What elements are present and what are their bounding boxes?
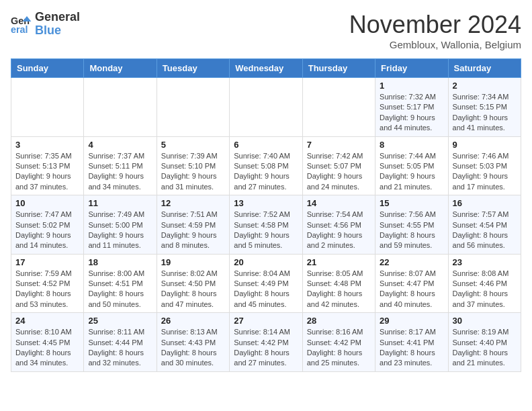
weekday-header-thursday: Thursday (302, 59, 375, 78)
calendar-cell: 22Sunrise: 8:07 AM Sunset: 4:47 PM Dayli… (375, 254, 448, 313)
day-number: 8 (380, 140, 443, 150)
calendar-cell: 11Sunrise: 7:49 AM Sunset: 5:00 PM Dayli… (84, 195, 157, 255)
day-info: Sunrise: 7:42 AM Sunset: 5:07 PM Dayligh… (307, 151, 371, 193)
calendar-cell: 12Sunrise: 7:51 AM Sunset: 4:59 PM Dayli… (157, 195, 229, 255)
day-number: 13 (234, 198, 298, 208)
day-info: Sunrise: 8:10 AM Sunset: 4:45 PM Dayligh… (15, 327, 79, 369)
day-info: Sunrise: 8:00 AM Sunset: 4:51 PM Dayligh… (88, 269, 152, 310)
day-info: Sunrise: 8:04 AM Sunset: 4:49 PM Dayligh… (234, 269, 298, 310)
calendar-cell: 4Sunrise: 7:37 AM Sunset: 5:11 PM Daylig… (84, 136, 157, 195)
day-info: Sunrise: 7:57 AM Sunset: 4:54 PM Dayligh… (453, 210, 517, 251)
location-subtitle: Gembloux, Wallonia, Belgium (349, 39, 521, 50)
calendar-cell: 5Sunrise: 7:39 AM Sunset: 5:10 PM Daylig… (157, 136, 229, 195)
day-number: 19 (161, 257, 225, 267)
calendar-cell: 23Sunrise: 8:08 AM Sunset: 4:46 PM Dayli… (448, 254, 521, 313)
calendar-cell: 25Sunrise: 8:11 AM Sunset: 4:44 PM Dayli… (84, 313, 157, 372)
calendar-cell: 28Sunrise: 8:16 AM Sunset: 4:42 PM Dayli… (302, 313, 375, 372)
day-info: Sunrise: 7:40 AM Sunset: 5:08 PM Dayligh… (234, 151, 298, 193)
day-number: 5 (161, 140, 225, 150)
weekday-header-friday: Friday (375, 59, 448, 78)
day-info: Sunrise: 7:44 AM Sunset: 5:05 PM Dayligh… (380, 151, 443, 193)
weekday-header-saturday: Saturday (448, 59, 521, 78)
calendar-week-4: 17Sunrise: 7:59 AM Sunset: 4:52 PM Dayli… (11, 254, 521, 313)
calendar-cell: 7Sunrise: 7:42 AM Sunset: 5:07 PM Daylig… (302, 136, 375, 195)
calendar-cell: 17Sunrise: 7:59 AM Sunset: 4:52 PM Dayli… (11, 254, 84, 313)
day-info: Sunrise: 7:56 AM Sunset: 4:55 PM Dayligh… (380, 210, 443, 251)
day-number: 11 (88, 198, 152, 208)
day-number: 23 (453, 257, 517, 267)
day-info: Sunrise: 8:08 AM Sunset: 4:46 PM Dayligh… (453, 269, 517, 310)
calendar-cell: 21Sunrise: 8:05 AM Sunset: 4:48 PM Dayli… (302, 254, 375, 313)
calendar-cell: 3Sunrise: 7:35 AM Sunset: 5:13 PM Daylig… (11, 136, 84, 195)
day-info: Sunrise: 7:32 AM Sunset: 5:17 PM Dayligh… (380, 92, 443, 134)
day-info: Sunrise: 8:19 AM Sunset: 4:40 PM Dayligh… (453, 327, 517, 369)
calendar-cell (302, 78, 375, 137)
day-info: Sunrise: 7:49 AM Sunset: 5:00 PM Dayligh… (88, 210, 152, 251)
day-number: 18 (88, 257, 152, 267)
weekday-header-row: SundayMondayTuesdayWednesdayThursdayFrid… (11, 59, 521, 78)
day-info: Sunrise: 8:13 AM Sunset: 4:43 PM Dayligh… (161, 327, 225, 369)
header-area: Gen eral General Blue November 2024 Gemb… (11, 11, 521, 50)
day-info: Sunrise: 7:52 AM Sunset: 4:58 PM Dayligh… (234, 210, 298, 251)
day-number: 3 (15, 140, 79, 150)
day-number: 22 (380, 257, 443, 267)
calendar-cell: 19Sunrise: 8:02 AM Sunset: 4:50 PM Dayli… (157, 254, 229, 313)
calendar-table: SundayMondayTuesdayWednesdayThursdayFrid… (11, 58, 521, 372)
calendar-week-5: 24Sunrise: 8:10 AM Sunset: 4:45 PM Dayli… (11, 313, 521, 372)
day-number: 6 (234, 140, 298, 150)
logo: Gen eral General Blue (11, 11, 80, 38)
day-number: 15 (380, 198, 443, 208)
calendar-cell: 10Sunrise: 7:47 AM Sunset: 5:02 PM Dayli… (11, 195, 84, 255)
calendar-cell: 20Sunrise: 8:04 AM Sunset: 4:49 PM Dayli… (230, 254, 302, 313)
day-number: 26 (161, 316, 225, 326)
day-number: 27 (234, 316, 298, 326)
day-number: 10 (15, 198, 79, 208)
day-info: Sunrise: 8:02 AM Sunset: 4:50 PM Dayligh… (161, 269, 225, 310)
weekday-header-monday: Monday (84, 59, 157, 78)
logo-icon: Gen eral (11, 13, 32, 35)
day-info: Sunrise: 7:51 AM Sunset: 4:59 PM Dayligh… (161, 210, 225, 251)
day-number: 4 (88, 140, 152, 150)
day-info: Sunrise: 7:47 AM Sunset: 5:02 PM Dayligh… (15, 210, 79, 251)
day-number: 21 (307, 257, 371, 267)
weekday-header-wednesday: Wednesday (230, 59, 302, 78)
calendar-cell: 6Sunrise: 7:40 AM Sunset: 5:08 PM Daylig… (230, 136, 302, 195)
calendar-cell: 14Sunrise: 7:54 AM Sunset: 4:56 PM Dayli… (302, 195, 375, 255)
day-info: Sunrise: 8:17 AM Sunset: 4:41 PM Dayligh… (380, 327, 443, 369)
day-number: 17 (15, 257, 79, 267)
calendar-cell: 24Sunrise: 8:10 AM Sunset: 4:45 PM Dayli… (11, 313, 84, 372)
day-number: 2 (453, 81, 517, 91)
calendar-cell: 26Sunrise: 8:13 AM Sunset: 4:43 PM Dayli… (157, 313, 229, 372)
day-number: 29 (380, 316, 443, 326)
day-number: 24 (15, 316, 79, 326)
day-number: 28 (307, 316, 371, 326)
weekday-header-tuesday: Tuesday (157, 59, 229, 78)
calendar-cell (84, 78, 157, 137)
calendar-week-2: 3Sunrise: 7:35 AM Sunset: 5:13 PM Daylig… (11, 136, 521, 195)
calendar-cell: 13Sunrise: 7:52 AM Sunset: 4:58 PM Dayli… (230, 195, 302, 255)
calendar-cell: 30Sunrise: 8:19 AM Sunset: 4:40 PM Dayli… (448, 313, 521, 372)
calendar-cell: 8Sunrise: 7:44 AM Sunset: 5:05 PM Daylig… (375, 136, 448, 195)
weekday-header-sunday: Sunday (11, 59, 84, 78)
logo-blue: Blue (35, 24, 61, 37)
day-number: 12 (161, 198, 225, 208)
day-info: Sunrise: 7:34 AM Sunset: 5:15 PM Dayligh… (453, 92, 517, 134)
day-number: 25 (88, 316, 152, 326)
day-info: Sunrise: 8:16 AM Sunset: 4:42 PM Dayligh… (307, 327, 371, 369)
calendar-body: 1Sunrise: 7:32 AM Sunset: 5:17 PM Daylig… (11, 78, 521, 372)
calendar-cell (230, 78, 302, 137)
title-area: November 2024 Gembloux, Wallonia, Belgiu… (349, 11, 521, 50)
calendar-header: SundayMondayTuesdayWednesdayThursdayFrid… (11, 59, 521, 78)
day-number: 16 (453, 198, 517, 208)
calendar-cell: 29Sunrise: 8:17 AM Sunset: 4:41 PM Dayli… (375, 313, 448, 372)
day-info: Sunrise: 7:59 AM Sunset: 4:52 PM Dayligh… (15, 269, 79, 310)
day-number: 20 (234, 257, 298, 267)
day-info: Sunrise: 7:46 AM Sunset: 5:03 PM Dayligh… (453, 151, 517, 193)
day-info: Sunrise: 8:07 AM Sunset: 4:47 PM Dayligh… (380, 269, 443, 310)
day-number: 30 (453, 316, 517, 326)
day-info: Sunrise: 8:05 AM Sunset: 4:48 PM Dayligh… (307, 269, 371, 310)
calendar-cell: 2Sunrise: 7:34 AM Sunset: 5:15 PM Daylig… (448, 78, 521, 137)
calendar-week-3: 10Sunrise: 7:47 AM Sunset: 5:02 PM Dayli… (11, 195, 521, 255)
day-info: Sunrise: 7:37 AM Sunset: 5:11 PM Dayligh… (88, 151, 152, 193)
day-number: 7 (307, 140, 371, 150)
